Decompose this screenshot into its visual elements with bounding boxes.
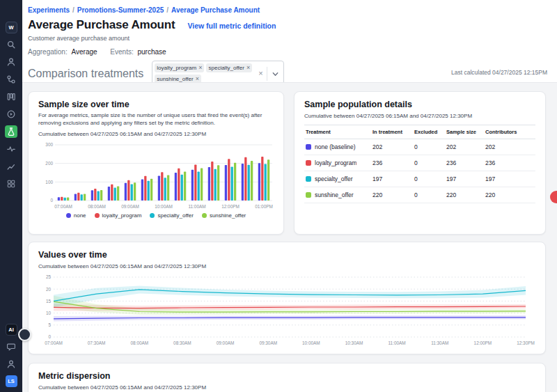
value-cell: 202 <box>446 143 485 150</box>
sample-size-card: Sample size over time For average metric… <box>28 91 284 235</box>
svg-text:10:00AM: 10:00AM <box>155 204 173 209</box>
chevron-down-icon[interactable] <box>267 67 282 81</box>
table-header: In treatment <box>372 129 414 135</box>
svg-text:09:00AM: 09:00AM <box>121 204 139 209</box>
value-cell: 202 <box>372 143 414 150</box>
sample-size-description: For average metrics, sample size is the … <box>38 112 274 127</box>
statsig-logo[interactable] <box>6 5 17 17</box>
last-calculated: Last calculated 04/27/2025 12:15PM <box>451 69 547 76</box>
chat-icon[interactable] <box>5 340 17 353</box>
remove-chip-icon[interactable]: × <box>196 76 199 82</box>
treatment-cell: loyalty_program <box>306 159 372 166</box>
breadcrumb: Experiments/Promotions-Summer-2025/Avera… <box>22 0 557 14</box>
legend-label: sunshine_offer <box>210 212 246 219</box>
ai-badge[interactable]: AI <box>6 324 17 336</box>
value-cell: 202 <box>485 143 534 150</box>
members-icon[interactable] <box>5 56 17 68</box>
value-cell: 197 <box>485 175 534 182</box>
feature-flags-icon[interactable] <box>5 73 17 86</box>
svg-text:12:00PM: 12:00PM <box>221 204 240 209</box>
value-cell: 220 <box>446 191 485 198</box>
population-title: Sample population details <box>304 100 535 109</box>
clear-selection-icon[interactable]: × <box>255 70 266 77</box>
svg-text:20: 20 <box>46 287 52 292</box>
sample-size-bar-chart: 010020030007:00AM08:00AM09:00AM10:00AM11… <box>38 139 275 212</box>
legend-label: none <box>74 212 86 219</box>
value-cell: 220 <box>485 191 534 198</box>
value-cell: 197 <box>446 175 485 182</box>
breadcrumb-link[interactable]: Experiments <box>28 6 70 14</box>
comparison-label: Comparison treatments <box>28 68 143 80</box>
select-controls: × <box>255 67 281 81</box>
svg-text:10:00AM: 10:00AM <box>302 340 320 345</box>
main-content: Sample size over time For average metric… <box>22 82 557 392</box>
assistant-toggle[interactable] <box>18 328 31 341</box>
remove-chip-icon[interactable]: × <box>246 65 250 71</box>
value-cell: 0 <box>414 159 446 166</box>
svg-text:10:30AM: 10:30AM <box>345 340 363 345</box>
title-row: Average Purchase Amount View full metric… <box>22 14 557 32</box>
table-header-row: TreatmentIn treatmentExcludedSample size… <box>304 125 535 139</box>
metrics-chart-icon[interactable] <box>5 160 17 173</box>
workspace-badge[interactable]: W <box>6 22 17 33</box>
user-badge[interactable]: LS <box>6 375 17 387</box>
legend-item: sunshine_offer <box>202 212 246 219</box>
legend-label: specialty_offer <box>157 212 193 219</box>
metric-subtitle: Customer average purchase amount <box>22 32 557 42</box>
svg-text:07:30AM: 07:30AM <box>88 340 106 345</box>
table-header: Sample size <box>446 129 485 135</box>
chart-legend: noneloyalty_programspecialty_offersunshi… <box>38 212 274 219</box>
values-title: Values over time <box>38 250 535 260</box>
sessions-play-icon[interactable] <box>5 108 17 120</box>
treatment-swatch <box>306 144 311 150</box>
dispersion-card: Metric dispersion Cumulative between 04/… <box>28 363 546 392</box>
treatment-chip[interactable]: specialty_offer× <box>206 63 252 72</box>
treatment-chips: loyalty_program×specialty_offer×sunshine… <box>155 63 252 84</box>
table-header: Excluded <box>414 129 446 135</box>
legend-dot <box>66 213 71 218</box>
treatment-swatch <box>306 192 311 198</box>
svg-text:01:00PM: 01:00PM <box>255 204 273 209</box>
pulse-icon[interactable] <box>5 143 17 155</box>
svg-text:08:30AM: 08:30AM <box>173 340 191 345</box>
legend-dot <box>150 213 155 218</box>
svg-text:09:30AM: 09:30AM <box>259 340 277 345</box>
treatment-chip-label: loyalty_program <box>157 65 196 71</box>
experiments-icon[interactable] <box>5 125 17 138</box>
metric-definition-link[interactable]: View full metric definition <box>187 22 276 30</box>
svg-text:08:00AM: 08:00AM <box>131 340 149 345</box>
treatment-cell: none (baseline) <box>306 143 372 150</box>
events-value: purchase <box>138 48 166 56</box>
svg-text:300: 300 <box>45 142 53 147</box>
svg-text:11:30AM: 11:30AM <box>431 340 448 345</box>
treatment-swatch <box>306 160 311 166</box>
breadcrumb-link[interactable]: Promotions-Summer-2025 <box>77 6 164 14</box>
treatment-chip-label: specialty_offer <box>208 65 244 71</box>
page-header: Experiments/Promotions-Summer-2025/Avera… <box>22 0 557 82</box>
value-cell: 236 <box>485 159 534 166</box>
account-icon[interactable] <box>5 358 17 370</box>
remove-chip-icon[interactable]: × <box>198 65 202 71</box>
table-row: loyalty_program2360236236 <box>304 155 535 171</box>
page-title: Average Purchase Amount <box>28 18 175 32</box>
dispersion-title: Metric dispersion <box>38 371 535 381</box>
population-card: Sample population details Cumulative bet… <box>294 91 546 235</box>
table-header: Contributors <box>485 129 534 135</box>
sidebar-top: W <box>5 5 17 190</box>
legend-label: loyalty_program <box>102 212 142 219</box>
table-row: none (baseline)2020202202 <box>304 139 535 155</box>
search-icon[interactable] <box>5 38 17 51</box>
breadcrumb-link[interactable]: Average Purchase Amount <box>171 6 260 14</box>
treatment-chip[interactable]: loyalty_program× <box>155 63 204 72</box>
columns-icon[interactable] <box>5 91 17 103</box>
value-cell: 220 <box>372 191 414 198</box>
events-label: Events: <box>110 48 133 56</box>
svg-text:12:30PM: 12:30PM <box>517 340 535 345</box>
population-table: TreatmentIn treatmentExcludedSample size… <box>304 125 535 203</box>
values-cumulative: Cumulative between 04/27/2025 06:15AM an… <box>38 263 535 269</box>
table-row: specialty_offer1970197197 <box>304 171 535 187</box>
console-grid-icon[interactable] <box>5 178 17 190</box>
treatment-name: sunshine_offer <box>315 191 354 198</box>
aggregation-value: Average <box>72 48 97 56</box>
values-card: Values over time Cumulative between 04/2… <box>28 242 546 354</box>
